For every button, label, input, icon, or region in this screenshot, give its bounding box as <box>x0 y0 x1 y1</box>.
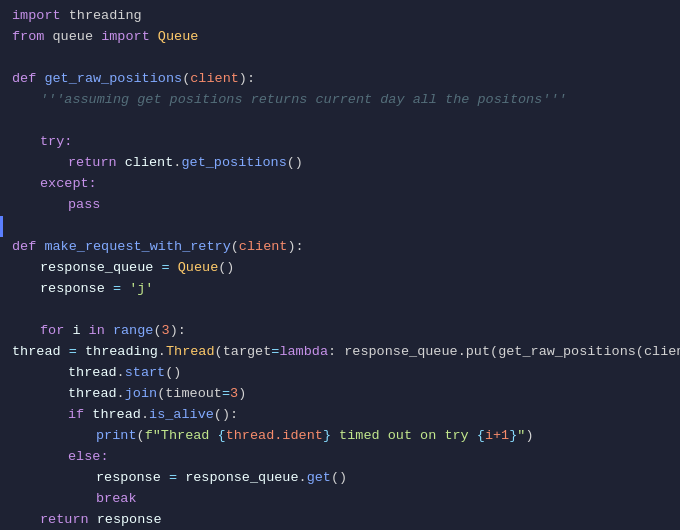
code-line-18: thread.start() <box>0 363 680 384</box>
code-line-23: response = response_queue.get() <box>0 468 680 489</box>
code-line-22: else: <box>0 447 680 468</box>
code-line-17: thread = threading.Thread(target=lambda:… <box>0 342 680 363</box>
code-line-16: for i in range(3): <box>0 321 680 342</box>
code-line-14: response = 'j' <box>0 279 680 300</box>
code-line-15 <box>0 300 680 321</box>
code-line-10: pass <box>0 195 680 216</box>
code-line-25: return response <box>0 510 680 530</box>
code-line-12: def make_request_with_retry(client): <box>0 237 680 258</box>
code-line-21: print(f"Thread {thread.ident} timed out … <box>0 426 680 447</box>
code-line-7: try: <box>0 132 680 153</box>
code-line-6 <box>0 111 680 132</box>
code-line-2: from queue import Queue <box>0 27 680 48</box>
code-editor: import threading from queue import Queue… <box>0 0 680 530</box>
code-line-8: return client.get_positions() <box>0 153 680 174</box>
code-line-4: def get_raw_positions(client): <box>0 69 680 90</box>
code-line-5: '''assuming get positions returns curren… <box>0 90 680 111</box>
code-line-19: thread.join(timeout=3) <box>0 384 680 405</box>
code-line-1: import threading <box>0 6 680 27</box>
code-line-24: break <box>0 489 680 510</box>
code-line-3 <box>0 48 680 69</box>
code-line-11 <box>0 216 680 237</box>
code-line-20: if thread.is_alive(): <box>0 405 680 426</box>
code-line-9: except: <box>0 174 680 195</box>
code-line-13: response_queue = Queue() <box>0 258 680 279</box>
